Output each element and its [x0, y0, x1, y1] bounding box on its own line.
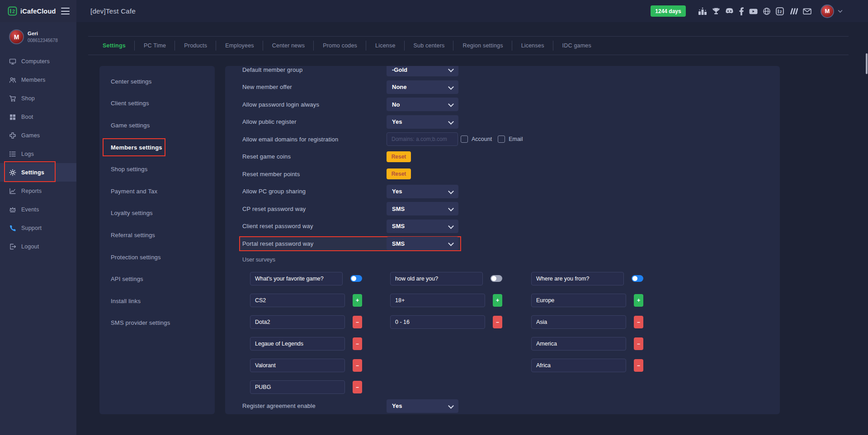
- submenu-sms-provider-settings[interactable]: SMS provider settings: [99, 312, 215, 334]
- default-member-group-select[interactable]: -Gold: [387, 66, 458, 76]
- tab-sub-centers[interactable]: Sub centers: [405, 37, 454, 55]
- submenu-center-settings[interactable]: Center settings: [99, 70, 215, 93]
- submenu-payment-and-tax[interactable]: Payment and Tax: [99, 180, 215, 202]
- survey-toggle-on[interactable]: [632, 275, 643, 282]
- tab-settings[interactable]: Settings: [94, 37, 135, 55]
- submenu-shop-settings[interactable]: Shop settings: [99, 158, 215, 180]
- days-badge[interactable]: 1244 days: [651, 5, 686, 17]
- crown-icon: [9, 206, 16, 213]
- submenu-protection-settings[interactable]: Protection settings: [99, 246, 215, 268]
- account-checkbox[interactable]: Account: [461, 136, 492, 143]
- sidebar-item-events[interactable]: Events: [0, 200, 76, 219]
- sidebar-item-computers[interactable]: Computers: [0, 52, 76, 70]
- survey-option-input[interactable]: [531, 359, 626, 372]
- submenu-api-settings[interactable]: API settings: [99, 268, 215, 290]
- tab-center-news[interactable]: Center news: [263, 37, 314, 55]
- submenu-install-links[interactable]: Install links: [99, 290, 215, 312]
- tab-pc-time[interactable]: PC Time: [135, 37, 175, 55]
- survey-toggle-off[interactable]: [491, 275, 502, 282]
- remove-option-button[interactable]: –: [353, 381, 362, 393]
- page-scrollbar[interactable]: [866, 53, 868, 74]
- survey-option-input[interactable]: [250, 359, 345, 372]
- hamburger-menu-icon[interactable]: [61, 8, 70, 14]
- tab-license[interactable]: License: [366, 37, 405, 55]
- facebook-icon[interactable]: [739, 7, 744, 15]
- chevron-down-icon[interactable]: [838, 9, 843, 13]
- sidebar-item-label: Logs: [21, 151, 34, 157]
- survey-option-input[interactable]: [390, 315, 485, 329]
- email-domains-input[interactable]: [387, 132, 458, 146]
- portal-reset-password-select[interactable]: SMS: [387, 237, 458, 250]
- allow-public-register-select[interactable]: Yes: [387, 115, 458, 129]
- add-option-button[interactable]: +: [353, 294, 362, 307]
- survey-question-input[interactable]: [390, 272, 483, 285]
- survey-question-input[interactable]: [531, 272, 624, 285]
- youtube-icon[interactable]: [749, 7, 758, 15]
- form-row: Default member group -Gold: [225, 66, 780, 79]
- client-reset-password-select[interactable]: SMS: [387, 220, 458, 233]
- form-row: Allow email domains for registration Acc…: [225, 131, 780, 148]
- survey-column-game: + – – – –: [250, 272, 362, 394]
- sidebar-item-settings[interactable]: Settings: [0, 163, 76, 182]
- sidebar-item-boot[interactable]: Boot: [0, 108, 76, 126]
- cp-reset-password-select[interactable]: SMS: [387, 202, 458, 215]
- submenu-game-settings[interactable]: Game settings: [99, 114, 215, 136]
- survey-option-input[interactable]: [390, 294, 485, 307]
- sidebar-item-support[interactable]: Support: [0, 219, 76, 237]
- survey-option-input[interactable]: [531, 315, 626, 329]
- reset-game-coins-button[interactable]: Reset: [387, 151, 411, 162]
- checkbox-label: Email: [509, 136, 523, 142]
- tab-region-settings[interactable]: Region settings: [453, 37, 512, 55]
- remove-option-button[interactable]: –: [634, 316, 643, 328]
- reset-member-points-button[interactable]: Reset: [387, 168, 411, 179]
- sidebar-item-reports[interactable]: Reports: [0, 182, 76, 200]
- remove-option-button[interactable]: –: [353, 359, 362, 372]
- form-row: New member offer None: [225, 79, 780, 96]
- user-avatar[interactable]: M: [821, 5, 834, 18]
- submenu-referral-settings[interactable]: Referral settings: [99, 224, 215, 246]
- tab-promo-codes[interactable]: Promo codes: [314, 37, 366, 55]
- layers-icon[interactable]: [789, 7, 798, 15]
- survey-toggle-on[interactable]: [350, 275, 362, 282]
- remove-option-button[interactable]: –: [634, 359, 643, 372]
- survey-question-input[interactable]: [250, 272, 343, 285]
- email-checkbox[interactable]: Email: [498, 136, 523, 143]
- allow-password-login-select[interactable]: No: [387, 98, 458, 111]
- discord-icon[interactable]: [725, 7, 734, 15]
- remove-option-button[interactable]: –: [634, 337, 643, 350]
- survey-option-input[interactable]: [250, 315, 345, 329]
- add-option-button[interactable]: +: [493, 294, 502, 307]
- sidebar-item-shop[interactable]: Shop: [0, 89, 76, 108]
- tab-employees[interactable]: Employees: [216, 37, 263, 55]
- remove-option-button[interactable]: –: [353, 337, 362, 350]
- sidebar-item-logout[interactable]: Logout: [0, 237, 76, 256]
- globe-icon[interactable]: [763, 7, 771, 15]
- remove-option-button[interactable]: –: [493, 316, 502, 328]
- icafe-logo-icon[interactable]: 2: [776, 7, 784, 15]
- sidebar-item-games[interactable]: Games: [0, 126, 76, 145]
- user-panel[interactable]: M Geri 008612345678: [9, 29, 58, 44]
- new-member-offer-select[interactable]: None: [387, 80, 458, 94]
- submenu-client-settings[interactable]: Client settings: [99, 93, 215, 115]
- tab-licenses[interactable]: Licenses: [512, 37, 553, 55]
- sidebar-item-logs[interactable]: Logs: [0, 145, 76, 163]
- logo-area: 2 iCafeCloud: [0, 0, 76, 22]
- remove-option-button[interactable]: –: [353, 316, 362, 328]
- survey-option-input[interactable]: [250, 380, 345, 394]
- sidebar-item-members[interactable]: Members: [0, 70, 76, 89]
- submenu-loyalty-settings[interactable]: Loyalty settings: [99, 202, 215, 225]
- tab-products[interactable]: Products: [175, 37, 216, 55]
- tab-idc-games[interactable]: IDC games: [553, 37, 600, 55]
- survey-option-input[interactable]: [250, 337, 345, 351]
- survey-option-input[interactable]: [531, 294, 626, 307]
- mail-icon[interactable]: [803, 7, 811, 15]
- sidebar-item-label: Events: [21, 206, 39, 213]
- pc-group-sharing-select[interactable]: Yes: [387, 185, 458, 198]
- submenu-members-settings[interactable]: Members settings: [99, 136, 215, 159]
- register-agreement-select[interactable]: Yes: [387, 399, 458, 413]
- trophy-icon[interactable]: [712, 7, 720, 15]
- ranking-icon[interactable]: [698, 7, 707, 15]
- survey-option-input[interactable]: [531, 337, 626, 351]
- add-option-button[interactable]: +: [634, 294, 643, 307]
- survey-option-input[interactable]: [250, 294, 345, 307]
